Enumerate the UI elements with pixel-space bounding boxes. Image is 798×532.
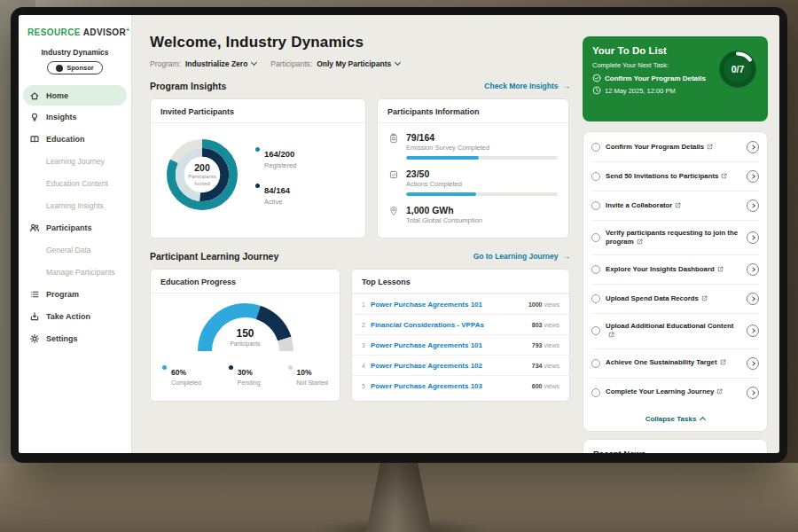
check-more-insights-link[interactable]: Check More Insights → [484, 82, 570, 90]
lesson-row: 4 Power Purchase Agreements 102 734views [352, 355, 569, 375]
lesson-link[interactable]: Power Purchase Agreements 101 [371, 301, 521, 309]
filters: Program: Industrialize Zero Participants… [150, 59, 570, 68]
views-value: 1000 [528, 301, 543, 308]
task-row[interactable]: Send 50 Invitations to Participants [591, 161, 759, 191]
chevron-right-icon [750, 329, 755, 334]
lesson-row: 5 Power Purchase Agreements 103 600views [352, 375, 569, 395]
lesson-rank: 1 [362, 301, 371, 308]
brand-primary: RESOURCE [27, 27, 81, 37]
task-expand-button[interactable] [747, 170, 759, 183]
lesson-link[interactable]: Financial Considerations - VPPAs [371, 321, 525, 329]
task-expand-button[interactable] [747, 200, 759, 212]
stat-emission-survey: 79/164 Emission Survey Completed [388, 132, 558, 160]
chevron-right-icon [750, 296, 755, 301]
task-checkbox[interactable] [591, 265, 600, 274]
external-link-icon [721, 173, 727, 179]
sidebar-nav: Home Insights Education Learning Journey [19, 85, 131, 349]
participants-information-card: Participants Information 79/164 Emission… [377, 98, 569, 239]
lesson-link[interactable]: Power Purchase Agreements 101 [371, 341, 525, 349]
participants-dropdown[interactable]: Only My Participants [317, 59, 400, 68]
sidebar-item-insights[interactable]: Insights [19, 106, 131, 128]
sponsor-label: Sponsor [66, 64, 93, 72]
task-checkbox[interactable] [591, 201, 600, 210]
stat-global-consumption: 1,000 GWh Total Global Consumption [388, 205, 558, 224]
participants-icon [29, 223, 40, 233]
lesson-rank: 4 [362, 363, 371, 369]
sidebar-item-general-data[interactable]: General Data [19, 239, 131, 261]
task-row[interactable]: Confirm Your Program Details [591, 133, 759, 161]
lesson-row: 2 Financial Considerations - VPPAs 803vi… [352, 314, 569, 334]
views-suffix: views [544, 301, 559, 308]
chevron-right-icon [750, 203, 755, 208]
collapse-tasks-button[interactable]: Collapse Tasks [591, 407, 759, 430]
external-link-icon [717, 266, 724, 272]
task-row[interactable]: Invite a Collaborator [591, 191, 759, 220]
task-row[interactable]: Upload Additional Educational Content [591, 313, 759, 348]
lesson-views: 793views [530, 341, 559, 349]
program-dropdown[interactable]: Industrialize Zero [185, 59, 256, 68]
external-link-icon [716, 388, 723, 395]
sidebar-item-learning-insights[interactable]: Learning Insights [19, 194, 131, 216]
task-row[interactable]: Achieve One Sustainability Target [591, 348, 759, 378]
sidebar-item-learning-journey[interactable]: Learning Journey [19, 150, 131, 172]
link-label: Check More Insights [484, 82, 558, 90]
task-checkbox[interactable] [591, 172, 600, 181]
sidebar-item-participants[interactable]: Participants [19, 216, 131, 239]
legend-not-started: 10% Not Started [288, 363, 328, 386]
legend-value: 60% [171, 368, 186, 377]
sidebar-item-program[interactable]: Program [19, 283, 131, 305]
sidebar-item-label: Education [46, 135, 85, 144]
task-expand-button[interactable] [747, 263, 759, 276]
sidebar: RESOURCE ADVISOR+ Industry Dynamics Spon… [19, 15, 132, 453]
learning-journey-title: Participant Learning Journey [150, 251, 278, 262]
sidebar-item-settings[interactable]: Settings [19, 327, 131, 349]
sidebar-item-education-content[interactable]: Education Content [19, 172, 131, 194]
task-checkbox[interactable] [591, 294, 600, 303]
legend-active: 84/164 Active [255, 181, 296, 206]
task-row[interactable]: Upload Spend Data Records [591, 284, 759, 313]
task-label: Invite a Collaborator [606, 201, 672, 209]
not-started-dot-icon [288, 365, 293, 370]
task-label: Achieve One Sustainability Target [606, 358, 717, 366]
sidebar-item-manage-participants[interactable]: Manage Participants [19, 261, 131, 283]
todo-hero-card: Your To Do List Complete Your Next Task:… [583, 36, 768, 121]
sidebar-item-education[interactable]: Education [19, 128, 131, 150]
registered-dot-icon [255, 147, 260, 152]
pending-dot-icon [229, 365, 233, 370]
task-expand-button[interactable] [747, 357, 759, 370]
go-to-learning-journey-link[interactable]: Go to Learning Journey → [473, 252, 570, 261]
views-value: 600 [532, 383, 543, 389]
sidebar-item-label: Learning Journey [46, 157, 105, 166]
task-checkbox[interactable] [591, 326, 600, 335]
task-expand-button[interactable] [747, 325, 759, 337]
stat-actions-completed: 23/50 Actions Completed [388, 168, 558, 196]
sidebar-item-label: Home [46, 91, 68, 100]
task-expand-button[interactable] [747, 387, 759, 399]
invited-participants-card: Invited Participants [150, 98, 366, 239]
sidebar-item-home[interactable]: Home [23, 85, 127, 106]
legend-pending: 30% Pending [229, 363, 261, 386]
task-checkbox[interactable] [591, 233, 600, 242]
lesson-link[interactable]: Power Purchase Agreements 102 [371, 362, 525, 370]
task-checkbox[interactable] [591, 388, 600, 397]
todo-next-task: Confirm Your Program Details [592, 74, 715, 82]
task-row[interactable]: Verify participants requesting to join t… [591, 220, 759, 254]
sidebar-item-take-action[interactable]: Take Action [19, 305, 131, 327]
task-checkbox[interactable] [591, 143, 600, 152]
task-expand-button[interactable] [747, 141, 759, 153]
task-row[interactable]: Explore Your Insights Dashboard [591, 254, 759, 284]
card-title: Invited Participants [151, 99, 365, 123]
program-icon [29, 289, 40, 300]
sidebar-item-label: Manage Participants [46, 268, 115, 277]
stat-label: Total Global Consumption [406, 216, 558, 224]
task-expand-button[interactable] [747, 293, 759, 305]
task-expand-button[interactable] [747, 231, 759, 244]
task-checkbox[interactable] [591, 359, 600, 368]
task-row[interactable]: Complete Your Learning Journey [591, 378, 759, 407]
invited-participants-donut-chart: 200 Participants Invited [161, 134, 243, 215]
views-suffix: views [544, 322, 559, 328]
sidebar-item-label: Insights [46, 113, 77, 121]
lesson-link[interactable]: Power Purchase Agreements 103 [371, 382, 525, 390]
chevron-right-icon [750, 145, 755, 150]
actions-icon [388, 169, 399, 180]
